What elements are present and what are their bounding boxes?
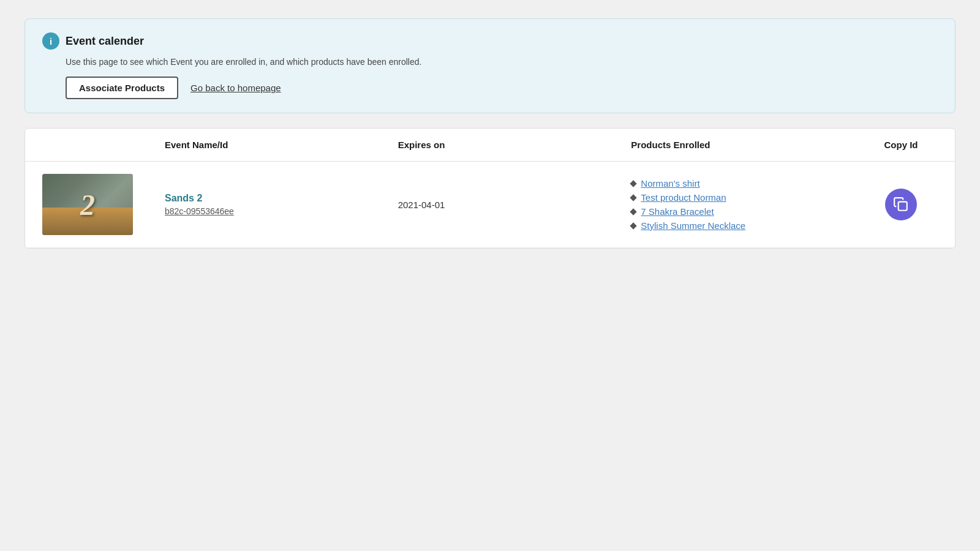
homepage-link[interactable]: Go back to homepage <box>190 83 281 93</box>
bullet-icon <box>630 194 637 201</box>
cake-image-graphic: 2 <box>42 174 133 235</box>
events-table: Event Name/Id Expires on Products Enroll… <box>24 128 956 249</box>
copy-id-cell <box>864 189 938 220</box>
list-item: Norman's shirt <box>631 178 864 189</box>
info-icon: i <box>42 32 59 50</box>
list-item: Stylish Summer Necklace <box>631 220 864 231</box>
event-name-cell: Sands 2 b82c-09553646ee <box>165 193 398 216</box>
banner-header: i Event calender <box>42 32 938 50</box>
bullet-icon <box>630 180 637 187</box>
list-item: 7 Shakra Bracelet <box>631 206 864 217</box>
product-link-shakra-bracelet[interactable]: 7 Shakra Bracelet <box>641 206 714 217</box>
banner-description: Use this page to see which Event you are… <box>66 57 938 67</box>
header-spacer <box>42 140 165 150</box>
list-item: Test product Norman <box>631 192 864 203</box>
event-id[interactable]: b82c-09553646ee <box>165 206 398 216</box>
cake-number: 2 <box>80 188 95 222</box>
header-expires-on: Expires on <box>398 140 631 150</box>
expires-date-cell: 2021-04-01 <box>398 200 631 210</box>
header-products-enrolled: Products Enrolled <box>631 140 864 150</box>
bullet-icon <box>630 208 637 215</box>
info-banner: i Event calender Use this page to see wh… <box>24 18 956 113</box>
copy-icon <box>893 197 909 212</box>
banner-title: Event calender <box>66 35 144 48</box>
product-link-normans-shirt[interactable]: Norman's shirt <box>641 178 699 189</box>
product-link-summer-necklace[interactable]: Stylish Summer Necklace <box>641 220 745 231</box>
table-row: 2 Sands 2 b82c-09553646ee 2021-04-01 Nor… <box>25 162 955 248</box>
banner-actions: Associate Products Go back to homepage <box>66 77 938 99</box>
copy-id-button[interactable] <box>885 189 917 220</box>
header-event-name-id: Event Name/Id <box>165 140 398 150</box>
products-list: Norman's shirt Test product Norman 7 Sha… <box>631 178 864 231</box>
event-image: 2 <box>42 174 133 235</box>
products-enrolled-cell: Norman's shirt Test product Norman 7 Sha… <box>631 178 864 231</box>
bullet-icon <box>630 222 637 229</box>
header-copy-id: Copy Id <box>864 140 938 150</box>
associate-products-button[interactable]: Associate Products <box>66 77 178 99</box>
product-link-test-norman[interactable]: Test product Norman <box>641 192 726 203</box>
event-name: Sands 2 <box>165 193 398 204</box>
svg-rect-0 <box>899 202 907 211</box>
table-header-row: Event Name/Id Expires on Products Enroll… <box>25 129 955 162</box>
expires-date: 2021-04-01 <box>398 200 445 210</box>
